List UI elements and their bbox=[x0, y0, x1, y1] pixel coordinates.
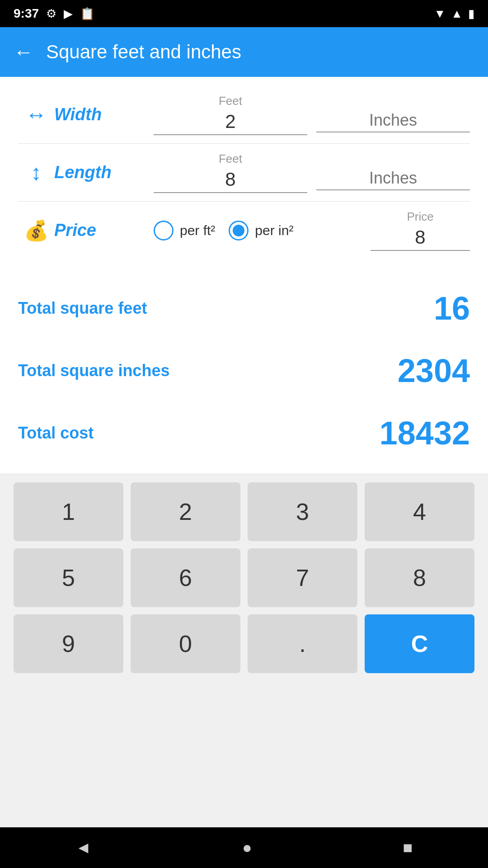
nav-home-button[interactable]: ● bbox=[242, 838, 252, 857]
key-9[interactable]: 9 bbox=[14, 614, 123, 673]
length-feet-container: Feet bbox=[154, 152, 307, 193]
total-sqft-value: 16 bbox=[434, 290, 470, 327]
total-sqft-row: Total square feet 16 bbox=[18, 277, 470, 340]
app-bar: ← Square feet and inches bbox=[0, 27, 488, 77]
length-feet-label: Feet bbox=[219, 152, 242, 166]
length-label: Length bbox=[54, 163, 154, 182]
width-inches-label bbox=[391, 94, 394, 108]
length-fields: Feet bbox=[154, 152, 470, 193]
per-sqft-radio[interactable] bbox=[154, 221, 174, 241]
key-1[interactable]: 1 bbox=[14, 482, 123, 541]
length-inches-container bbox=[316, 152, 470, 193]
per-sqft-label: per ft² bbox=[180, 223, 215, 238]
length-inches-input[interactable] bbox=[316, 169, 470, 190]
length-inches-label bbox=[391, 152, 394, 166]
width-inches-input[interactable] bbox=[316, 111, 470, 132]
nav-back-button[interactable]: ◄ bbox=[75, 838, 92, 857]
per-sqin-label: per in² bbox=[255, 223, 293, 238]
width-inches-container bbox=[316, 94, 470, 135]
total-cost-label: Total cost bbox=[18, 424, 94, 443]
total-sqft-label: Total square feet bbox=[18, 299, 147, 318]
key-3[interactable]: 3 bbox=[248, 482, 357, 541]
status-bar: 9:37 ⚙ ▶ 📋 ▼ ▲ ▮ bbox=[0, 0, 488, 27]
total-sqin-value: 2304 bbox=[398, 352, 470, 389]
price-label: Price bbox=[54, 221, 154, 240]
total-cost-value: 18432 bbox=[380, 415, 470, 452]
width-fields: Feet bbox=[154, 94, 470, 135]
clipboard-icon: 📋 bbox=[80, 7, 94, 21]
width-feet-input[interactable] bbox=[154, 111, 307, 135]
spacer bbox=[0, 682, 488, 773]
price-icon: 💰 bbox=[18, 219, 54, 242]
price-radio-group: per ft² per in² bbox=[154, 221, 371, 241]
status-time: 9:37 bbox=[14, 6, 39, 21]
total-sqin-label: Total square inches bbox=[18, 361, 169, 380]
width-label: Width bbox=[54, 105, 154, 124]
status-bar-left: 9:37 ⚙ ▶ 📋 bbox=[14, 6, 94, 21]
width-icon: ↔ bbox=[18, 102, 54, 127]
wifi-icon: ▼ bbox=[434, 7, 446, 21]
signal-icon: ▲ bbox=[451, 7, 463, 21]
status-bar-right: ▼ ▲ ▮ bbox=[434, 7, 474, 21]
width-row: ↔ Width Feet bbox=[18, 86, 470, 144]
key-4[interactable]: 4 bbox=[365, 482, 474, 541]
width-feet-label: Feet bbox=[219, 94, 242, 108]
total-cost-row: Total cost 18432 bbox=[18, 402, 470, 464]
results-section: Total square feet 16 Total square inches… bbox=[0, 268, 488, 473]
key-clear[interactable]: C bbox=[365, 614, 474, 673]
price-row: 💰 Price per ft² per in² Price bbox=[18, 202, 470, 259]
key-8[interactable]: 8 bbox=[365, 548, 474, 607]
key-dot[interactable]: . bbox=[248, 614, 357, 673]
keypad: 1 2 3 4 5 6 7 8 9 0 . C bbox=[0, 473, 488, 682]
key-6[interactable]: 6 bbox=[131, 548, 240, 607]
per-sqin-option[interactable]: per in² bbox=[229, 221, 293, 241]
price-field-container: Price bbox=[371, 210, 470, 251]
nav-recent-button[interactable]: ■ bbox=[403, 838, 413, 857]
main-content: ↔ Width Feet ↕ Length Feet bbox=[0, 77, 488, 268]
play-icon: ▶ bbox=[64, 7, 73, 21]
price-value-input[interactable] bbox=[371, 226, 470, 251]
bottom-nav: ◄ ● ■ bbox=[0, 827, 488, 868]
price-value-label: Price bbox=[407, 210, 433, 224]
key-7[interactable]: 7 bbox=[248, 548, 357, 607]
app-bar-title: Square feet and inches bbox=[46, 41, 241, 63]
key-2[interactable]: 2 bbox=[131, 482, 240, 541]
key-0[interactable]: 0 bbox=[131, 614, 240, 673]
length-icon: ↕ bbox=[18, 160, 54, 185]
per-sqin-radio[interactable] bbox=[229, 221, 249, 241]
width-feet-container: Feet bbox=[154, 94, 307, 135]
settings-icon: ⚙ bbox=[46, 7, 56, 21]
length-row: ↕ Length Feet bbox=[18, 144, 470, 202]
back-button[interactable]: ← bbox=[14, 41, 33, 63]
key-5[interactable]: 5 bbox=[14, 548, 123, 607]
battery-icon: ▮ bbox=[468, 7, 474, 21]
length-feet-input[interactable] bbox=[154, 169, 307, 193]
per-sqft-option[interactable]: per ft² bbox=[154, 221, 215, 241]
total-sqin-row: Total square inches 2304 bbox=[18, 340, 470, 402]
